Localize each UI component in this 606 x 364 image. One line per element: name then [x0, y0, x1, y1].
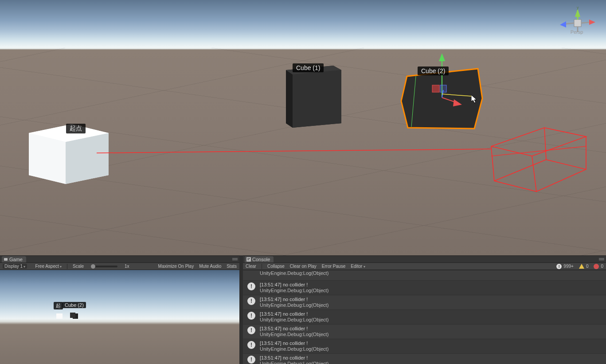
warn-icon — [579, 264, 584, 269]
log-info-icon: ! — [247, 282, 255, 290]
info-icon — [556, 264, 562, 269]
svg-marker-1 — [29, 133, 66, 184]
game-cube-white — [56, 313, 63, 319]
raycast-line — [97, 149, 491, 153]
svg-rect-33 — [247, 258, 250, 259]
clear-on-play-toggle[interactable]: Clear on Play — [290, 264, 317, 269]
console-tab-label: Console — [252, 257, 270, 262]
warn-filter[interactable]: 0 — [579, 264, 589, 269]
svg-marker-26 — [589, 20, 595, 25]
info-filter[interactable]: 999+ — [556, 264, 574, 269]
label-cube1: Cube (1) — [293, 63, 324, 72]
info-count: 999+ — [563, 264, 574, 269]
game-label-cube2: Cube (2) — [63, 302, 86, 308]
svg-rect-17 — [440, 85, 446, 92]
console-tab[interactable]: Console — [245, 256, 274, 262]
console-tabbar: Console — [243, 255, 606, 263]
svg-line-21 — [491, 146, 586, 156]
collapse-toggle[interactable]: Collapse — [267, 264, 285, 269]
mute-audio-toggle[interactable]: Mute Audio — [199, 264, 221, 269]
log-src: UnityEngine.Debug:Log(Object) — [260, 302, 328, 308]
console-icon — [246, 257, 251, 262]
game-background — [0, 270, 239, 364]
scale-slider[interactable] — [91, 266, 117, 267]
log-src: UnityEngine.Debug:Log(Object) — [260, 270, 328, 276]
game-icon — [4, 257, 8, 262]
log-info-icon: ! — [247, 356, 255, 364]
log-row[interactable]: ![13:51:47] no collider !UnityEngine.Deb… — [243, 309, 606, 324]
error-icon — [594, 264, 599, 269]
log-src: UnityEngine.Debug:Log(Object) — [260, 361, 328, 364]
panel-menu-icon[interactable] — [599, 257, 604, 262]
svg-marker-28 — [560, 21, 566, 27]
log-row[interactable]: ! UnityEngine.Debug:Log(Object) — [243, 270, 606, 280]
svg-marker-6 — [293, 70, 341, 128]
svg-line-19 — [494, 160, 546, 181]
display-dropdown[interactable]: Display 1 — [3, 264, 27, 269]
error-pause-toggle[interactable]: Error Pause — [322, 264, 345, 269]
label-start: 起点 — [66, 124, 86, 133]
svg-marker-5 — [286, 70, 293, 128]
log-row[interactable]: ![13:51:47] no collider !UnityEngine.Deb… — [243, 324, 606, 339]
wireframe-cube — [491, 128, 586, 192]
aspect-dropdown[interactable]: Free Aspect — [35, 264, 62, 269]
cube-1[interactable] — [286, 66, 341, 128]
clear-button[interactable]: Clear — [246, 264, 256, 269]
warn-count: 0 — [586, 264, 589, 269]
log-line1: [13:51:47] no collider ! — [260, 297, 308, 302]
vertical-splitter[interactable] — [239, 255, 243, 364]
svg-line-25 — [581, 22, 590, 23]
svg-line-27 — [565, 23, 574, 24]
log-src: UnityEngine.Debug:Log(Object) — [260, 346, 328, 352]
scale-label: Scale — [73, 264, 84, 269]
console-panel: Console Clear Collapse Clear on Play Err… — [243, 255, 606, 364]
log-line1: [13:51:47] no collider ! — [260, 355, 308, 360]
svg-rect-22 — [574, 20, 581, 27]
view-orientation-gizmo[interactable]: y Persp — [557, 6, 596, 35]
game-tab[interactable]: Game — [2, 256, 26, 262]
game-view[interactable]: 起 Cube (2) — [0, 270, 239, 364]
console-list[interactable]: ! UnityEngine.Debug:Log(Object) ![13:51:… — [243, 270, 606, 364]
error-filter[interactable]: 0 — [594, 264, 603, 269]
scene-overlay — [0, 0, 606, 255]
log-info-icon: ! — [247, 326, 255, 334]
log-row[interactable]: ![13:51:47] no collider !UnityEngine.Deb… — [243, 339, 606, 353]
log-line1: [13:51:47] no collider ! — [260, 311, 308, 317]
log-src: UnityEngine.Debug:Log(Object) — [260, 317, 328, 322]
log-info-icon: ! — [247, 297, 255, 305]
editor-dropdown[interactable]: Editor — [351, 264, 365, 269]
log-src: UnityEngine.Debug:Log(Object) — [260, 332, 328, 337]
error-count: 0 — [601, 264, 603, 269]
log-row[interactable]: ![13:51:47] no collider !UnityEngine.Deb… — [243, 353, 606, 364]
log-line1: [13:51:47] no collider ! — [260, 282, 308, 287]
log-row[interactable]: ![13:51:47] no collider !UnityEngine.Deb… — [243, 280, 606, 295]
svg-rect-16 — [432, 85, 439, 92]
game-tabbar: Game — [0, 255, 239, 263]
scale-value: 1x — [125, 264, 129, 269]
game-tab-label: Game — [9, 257, 23, 262]
log-src: UnityEngine.Debug:Log(Object) — [260, 288, 328, 293]
maximize-on-play-toggle[interactable]: Maximize On Play — [158, 264, 194, 269]
log-info-icon: ! — [247, 312, 255, 320]
log-row[interactable]: ![13:51:47] no collider !UnityEngine.Deb… — [243, 295, 606, 309]
log-info-icon: ! — [247, 341, 255, 349]
svg-marker-23 — [575, 9, 580, 17]
label-cube2: Cube (2) — [418, 67, 449, 75]
game-panel: Game Display 1 Free Aspect Scale 1x Maxi… — [0, 255, 239, 364]
svg-line-20 — [536, 169, 586, 192]
panel-menu-icon[interactable] — [232, 257, 238, 262]
log-line1: [13:51:47] no collider ! — [260, 341, 308, 346]
svg-marker-2 — [66, 133, 109, 184]
log-line1: [13:51:47] no collider ! — [260, 326, 308, 331]
svg-rect-34 — [247, 259, 249, 260]
svg-rect-31 — [4, 258, 8, 261]
cube-2-selected[interactable] — [401, 53, 482, 129]
svg-marker-11 — [439, 53, 445, 61]
gizmo-y-label: y — [577, 5, 579, 10]
console-toolbar: Clear Collapse Clear on Play Error Pause… — [243, 263, 606, 270]
game-toolbar: Display 1 Free Aspect Scale 1x Maximize … — [0, 263, 239, 270]
stats-toggle[interactable]: Stats — [227, 264, 237, 269]
scene-view[interactable]: 起点 Cube (1) Cube (2) y Persp — [0, 0, 606, 255]
game-cube-dark — [70, 313, 75, 318]
game-label-start: 起 — [54, 302, 63, 309]
